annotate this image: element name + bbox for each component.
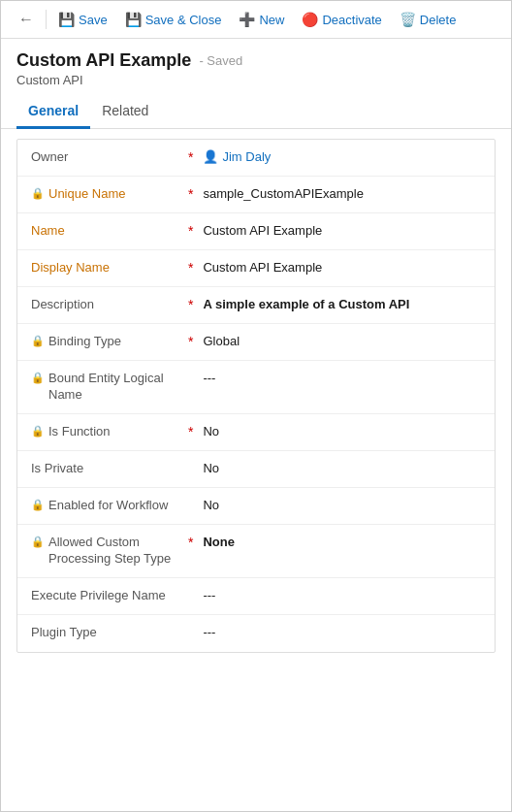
back-button[interactable]: ← xyxy=(11,7,42,32)
unique-name-required: * xyxy=(188,177,193,202)
enabled-workflow-value: No xyxy=(199,488,495,522)
bound-entity-value: --- xyxy=(199,361,495,395)
owner-required: * xyxy=(188,140,193,165)
display-name-required: * xyxy=(188,250,193,276)
is-private-label: Is Private xyxy=(31,461,83,477)
field-bound-entity: 🔒 Bound Entity Logical Name * --- xyxy=(17,361,495,414)
field-plugin-type: Plugin Type * --- xyxy=(17,615,495,652)
new-button[interactable]: ➕ New xyxy=(231,8,292,31)
tab-related[interactable]: Related xyxy=(90,95,160,129)
record-type: Custom API xyxy=(16,73,496,87)
binding-type-required: * xyxy=(188,324,193,349)
field-name: Name * Custom API Example xyxy=(17,213,495,250)
display-name-label: Display Name xyxy=(31,260,110,276)
record-header: Custom API Example - Saved Custom API xyxy=(1,39,511,87)
field-execute-privilege: Execute Privilege Name * --- xyxy=(17,578,495,615)
binding-type-label: Binding Type xyxy=(48,334,121,350)
lock-icon-enabled-workflow: 🔒 xyxy=(31,499,45,511)
allowed-custom-required: * xyxy=(188,525,193,550)
field-description: Description * A simple example of a Cust… xyxy=(17,287,495,324)
field-is-function: 🔒 Is Function * No xyxy=(17,414,495,451)
is-function-required: * xyxy=(188,414,193,439)
toolbar: ← 💾 Save 💾 Save & Close ➕ New 🔴 Deactiva… xyxy=(1,1,511,39)
delete-icon: 🗑️ xyxy=(400,12,416,27)
save-close-icon: 💾 xyxy=(125,12,142,27)
is-private-value: No xyxy=(199,451,495,485)
unique-name-value: sample_CustomAPIExample xyxy=(199,177,495,211)
user-icon: 👤 xyxy=(203,149,218,164)
lock-icon-bound-entity: 🔒 xyxy=(31,372,45,384)
save-button[interactable]: 💾 Save xyxy=(50,8,115,31)
tab-bar: General Related xyxy=(1,95,511,129)
lock-icon-unique-name: 🔒 xyxy=(31,187,45,200)
description-label: Description xyxy=(31,297,94,313)
enabled-workflow-label: Enabled for Workflow xyxy=(48,498,168,514)
plugin-type-label: Plugin Type xyxy=(31,625,97,641)
deactivate-icon: 🔴 xyxy=(302,12,318,27)
owner-label: Owner xyxy=(31,149,68,166)
deactivate-button[interactable]: 🔴 Deactivate xyxy=(294,8,389,31)
field-binding-type: 🔒 Binding Type * Global xyxy=(17,324,495,361)
plugin-type-value: --- xyxy=(199,615,495,649)
field-enabled-workflow: 🔒 Enabled for Workflow * No xyxy=(17,488,495,525)
save-icon: 💾 xyxy=(58,12,75,27)
bound-entity-label: Bound Entity Logical Name xyxy=(48,371,173,404)
delete-button[interactable]: 🗑️ Delete xyxy=(392,8,464,31)
new-icon: ➕ xyxy=(239,12,255,27)
allowed-custom-label: Allowed Custom Processing Step Type xyxy=(48,535,173,568)
field-owner: Owner * 👤 Jim Daly xyxy=(17,140,495,177)
is-function-label: Is Function xyxy=(48,424,111,440)
is-function-value: No xyxy=(199,414,495,448)
saved-status: - Saved xyxy=(199,53,242,68)
form-section: Owner * 👤 Jim Daly 🔒 Unique Name * sampl… xyxy=(16,139,496,653)
execute-privilege-value: --- xyxy=(199,578,495,612)
field-unique-name: 🔒 Unique Name * sample_CustomAPIExample xyxy=(17,177,495,213)
name-required: * xyxy=(188,213,193,239)
binding-type-value: Global xyxy=(199,324,495,358)
owner-value[interactable]: 👤 Jim Daly xyxy=(199,140,495,174)
name-label: Name xyxy=(31,223,65,240)
name-value: Custom API Example xyxy=(199,213,495,247)
field-allowed-custom: 🔒 Allowed Custom Processing Step Type * … xyxy=(17,525,495,578)
field-is-private: Is Private * No xyxy=(17,451,495,488)
save-close-button[interactable]: 💾 Save & Close xyxy=(117,8,230,31)
description-required: * xyxy=(188,287,193,312)
lock-icon-binding-type: 🔒 xyxy=(31,335,45,347)
display-name-value: Custom API Example xyxy=(199,250,495,284)
tab-general[interactable]: General xyxy=(16,95,90,129)
lock-icon-allowed-custom: 🔒 xyxy=(31,536,45,548)
allowed-custom-value: None xyxy=(199,525,495,559)
description-value: A simple example of a Custom API xyxy=(199,287,495,321)
record-title: Custom API Example xyxy=(16,50,191,71)
lock-icon-is-function: 🔒 xyxy=(31,425,45,438)
toolbar-divider-1 xyxy=(46,10,47,29)
field-display-name: Display Name * Custom API Example xyxy=(17,250,495,287)
unique-name-label: Unique Name xyxy=(48,186,126,203)
execute-privilege-label: Execute Privilege Name xyxy=(31,588,166,604)
form-area: Owner * 👤 Jim Daly 🔒 Unique Name * sampl… xyxy=(1,129,511,663)
